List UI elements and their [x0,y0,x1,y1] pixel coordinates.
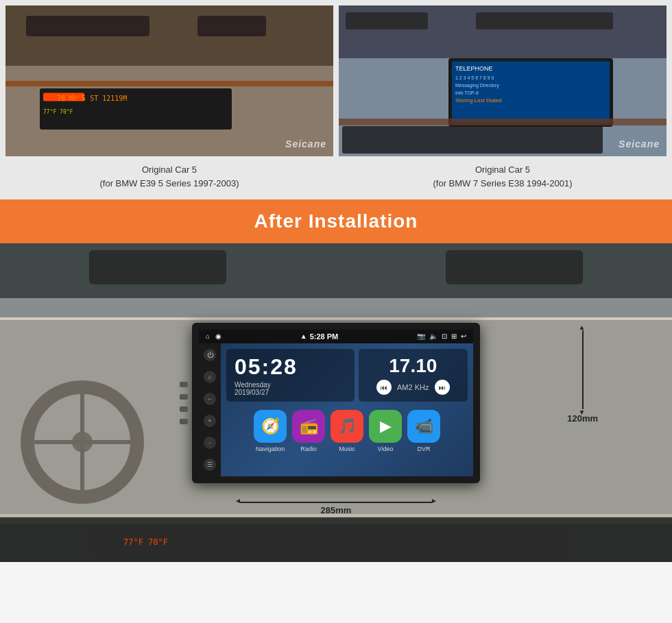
original-cars-section: 78 Mc 5 ST 12119M 77°F 70°F Seicane Orig… [0,0,672,199]
svg-text:Storing      Last Dialed: Storing Last Dialed [455,97,502,103]
svg-text:77°F  70°F: 77°F 70°F [123,537,168,547]
radio-band-label: AM2 KHz [397,383,429,391]
watermark-right: Seicane [619,138,660,149]
record-icon: ⊞ [451,332,457,340]
clock-date-display: 2019/03/27 [235,389,346,396]
radio-controls: ⏮ AM2 KHz ⏭ [376,380,449,395]
svg-text:77°F  70°F: 77°F 70°F [43,109,73,115]
svg-rect-26 [0,298,672,319]
svg-text:Messaging    Directory: Messaging Directory [455,83,499,88]
after-install-section: 77°F 70°F Seicane [0,243,672,562]
width-dimension: 285mm [240,502,432,515]
head-unit-container: ⌂ ◉ ▲ 5:28 PM 📷 🔈 ⊡ ⊞ [192,323,480,483]
svg-rect-12 [476,12,613,29]
status-bar: ⌂ ◉ ▲ 5:28 PM 📷 🔈 ⊡ ⊞ [199,330,473,343]
svg-rect-11 [346,12,428,29]
app-icon-dvr[interactable]: 📹 DVR [407,410,440,452]
app-icon-music[interactable]: 🎵 Music [331,410,363,452]
page-container: 78 Mc 5 ST 12119M 77°F 70°F Seicane Orig… [0,0,672,562]
home-icon: ⌂ [206,332,210,340]
width-label: 285mm [240,505,432,515]
clock-widget: 05:28 Wednesday 2019/03/27 [226,349,355,402]
back-nav-icon: ↩ [461,332,466,340]
sidebar-home-icon[interactable]: ⌂ [204,371,216,383]
car-interior-bg: 77°F 70°F Seicane [0,243,672,562]
svg-rect-24 [89,250,226,284]
radio-icon-box: 📻 [292,410,325,443]
svg-rect-25 [446,250,583,284]
sidebar-back-icon[interactable]: ← [204,393,216,405]
svg-rect-35 [0,317,672,320]
volume-status-icon: 🔈 [429,332,437,340]
car-image-left: 78 Mc 5 ST 12119M 77°F 70°F Seicane [5,5,333,156]
screen-sidebar: ⏻ ⌂ ← + - ☰ [199,343,221,476]
svg-text:Info         TOP-8: Info TOP-8 [455,90,479,95]
car-caption-2: Original Car 5 (for BMW 7 Series E38 199… [429,156,575,199]
svg-rect-4 [5,81,333,86]
video-label: Video [378,445,394,452]
width-arrow [240,502,432,503]
navigation-label: Navigation [256,445,285,452]
app-icons-row: 🧭 Navigation 📻 Radio [226,407,468,456]
svg-rect-2 [26,16,149,36]
svg-rect-3 [197,16,266,36]
svg-rect-21 [342,126,603,154]
sidebar-vol-up-icon[interactable]: + [204,415,216,427]
screen-main: 05:28 Wednesday 2019/03/27 17.10 ⏮ [221,343,473,476]
height-line [582,330,584,409]
clock-day-display: Wednesday [235,381,346,389]
wifi-icon: ▲ [300,332,307,340]
camera-status-icon: 📷 [417,332,425,340]
music-icon-box: 🎵 [331,410,363,443]
svg-text:TELEPHONE: TELEPHONE [455,65,493,72]
app-icon-radio[interactable]: 📻 Radio [292,410,325,452]
sidebar-vol-down-icon[interactable]: - [204,437,216,449]
sidebar-menu-icon[interactable]: ☰ [204,459,216,471]
navigation-icon-box: 🧭 [254,410,287,443]
car-caption-1: Original Car 5 (for BMW E39 5 Series 199… [96,156,242,199]
car-item-2: TELEPHONE 1 2 3 4 5 6 7 8 9 0 Messaging … [339,5,667,199]
dvr-icon-box: 📹 [407,410,440,443]
app-icon-video[interactable]: ▶ Video [369,410,402,452]
android-screen: ⌂ ◉ ▲ 5:28 PM 📷 🔈 ⊡ ⊞ [199,330,473,476]
top-widgets-row: 05:28 Wednesday 2019/03/27 17.10 ⏮ [226,349,468,402]
screen-body: ⏻ ⌂ ← + - ☰ [199,343,473,476]
svg-text:78  Mc 5 ST  12119M: 78 Mc 5 ST 12119M [57,95,127,102]
head-unit-outer: ⌂ ◉ ▲ 5:28 PM 📷 🔈 ⊡ ⊞ [192,323,480,483]
status-left: ⌂ ◉ [206,332,221,340]
radio-frequency: 17.10 [389,355,437,377]
status-right: 📷 🔈 ⊡ ⊞ ↩ [417,332,466,340]
car-image-right: TELEPHONE 1 2 3 4 5 6 7 8 9 0 Messaging … [339,5,667,156]
radio-next-button[interactable]: ⏭ [435,380,450,395]
after-installation-banner: After Installation [0,199,672,243]
radio-widget: 17.10 ⏮ AM2 KHz [359,349,468,402]
window-icon: ⊡ [442,332,447,340]
radio-prev-button[interactable]: ⏮ [376,380,392,395]
dvr-label: DVR [417,445,430,452]
status-center: ▲ 5:28 PM [300,332,338,341]
video-icon-box: ▶ [369,410,402,443]
app-icon-navigation[interactable]: 🧭 Navigation [254,410,287,452]
svg-text:1 2 3 4 5 6 7 8 9 0: 1 2 3 4 5 6 7 8 9 0 [455,75,494,80]
music-label: Music [339,445,355,452]
radio-label-text: Radio [300,445,317,452]
car-item-1: 78 Mc 5 ST 12119M 77°F 70°F Seicane Orig… [5,5,333,199]
width-line [240,502,432,503]
after-installation-title: After Installation [14,210,658,232]
status-time: 5:28 PM [310,332,339,341]
height-dimension: 120mm [567,330,598,424]
location-icon: ◉ [215,332,221,340]
clock-time-display: 05:28 [235,354,346,380]
svg-rect-20 [339,119,667,125]
watermark-left: Seicane [285,138,326,149]
sidebar-power-icon[interactable]: ⏻ [204,349,216,361]
